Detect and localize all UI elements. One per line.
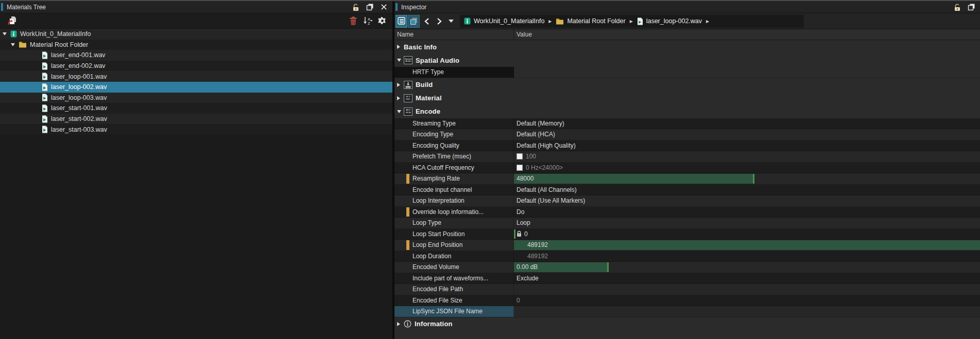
expander-icon[interactable] xyxy=(11,43,19,46)
back-button[interactable] xyxy=(421,15,432,28)
property-row-lipsync-json-file-name[interactable]: LipSync JSON File Name xyxy=(394,306,980,317)
tree-item-laser-loop-001-wav[interactable]: laser_loop-001.wav xyxy=(0,71,392,82)
build-icon xyxy=(404,81,412,89)
property-row-loop-type[interactable]: Loop TypeLoop xyxy=(394,218,980,229)
tree-item-laser-end-002-wav[interactable]: laser_end-002.wav xyxy=(0,61,392,72)
property-value-text: Default (All Channels) xyxy=(517,186,577,193)
section-information[interactable]: Information xyxy=(394,317,980,331)
close-icon[interactable] xyxy=(379,3,388,12)
trash-icon[interactable] xyxy=(347,15,359,27)
property-row-loop-interpretation[interactable]: Loop InterpretationDefault (Use All Mark… xyxy=(394,195,980,207)
property-value[interactable]: 48000 xyxy=(514,173,980,184)
property-name: Loop Duration xyxy=(412,253,451,260)
property-value[interactable]: Default (High Quality) xyxy=(514,140,980,151)
property-value[interactable]: Exclude xyxy=(514,273,980,284)
register-material-icon[interactable] xyxy=(6,15,19,27)
property-row-encoded-volume[interactable]: Encoded Volume0.00 dB xyxy=(394,262,980,273)
property-value[interactable]: 0 xyxy=(514,295,980,306)
property-row-override-loop-informatio[interactable]: Override loop informatio...Do xyxy=(394,207,980,218)
property-row-streaming-type[interactable]: Streaming TypeDefault (Memory) xyxy=(394,118,980,130)
expander-icon[interactable] xyxy=(3,32,10,35)
gear-icon[interactable] xyxy=(376,15,388,27)
property-row-encoded-file-size[interactable]: Encoded File Size0 xyxy=(394,295,980,307)
collapse-icon[interactable] xyxy=(397,110,404,113)
tree-item-laser-loop-002-wav[interactable]: laser_loop-002.wav xyxy=(0,82,392,93)
tree-item-laser-loop-003-wav[interactable]: laser_loop-003.wav xyxy=(0,93,392,103)
unlock-icon[interactable] xyxy=(351,3,360,12)
expand-icon[interactable] xyxy=(397,83,404,87)
expand-icon[interactable] xyxy=(397,45,404,49)
column-header-name[interactable]: Name xyxy=(394,29,514,40)
property-value[interactable]: Do xyxy=(514,207,980,218)
property-row-encoding-quality[interactable]: Encoding QualityDefault (High Quality) xyxy=(394,140,980,152)
tree-item-laser-start-001-wav[interactable]: laser_start-001.wav xyxy=(0,103,392,114)
section-build[interactable]: Build xyxy=(394,78,980,92)
property-value[interactable]: Default (Use All Markers) xyxy=(514,195,980,206)
property-row-encoded-file-path[interactable]: Encoded File Path xyxy=(394,284,980,295)
property-value-text: 0 xyxy=(517,297,520,304)
value-checkbox[interactable] xyxy=(517,165,523,171)
collapse-icon[interactable] xyxy=(397,59,404,62)
breadcrumb-item-workunit-0-materialinfo[interactable]: WorkUnit_0_MaterialInfo xyxy=(464,17,544,25)
breadcrumb-item-material-root-folder[interactable]: Material Root Folder xyxy=(556,17,625,25)
tree-item-laser-start-002-wav[interactable]: laser_start-002.wav xyxy=(0,114,392,124)
section-material[interactable]: 44.1KHzMaterial xyxy=(394,92,980,105)
property-name: Resampling Rate xyxy=(412,175,460,182)
float-window-icon[interactable] xyxy=(365,3,374,12)
section-basic-info[interactable]: Basic Info xyxy=(394,40,980,53)
tree-item-label: laser_end-002.wav xyxy=(51,62,106,69)
materials-tree-toolbar: AZ xyxy=(0,13,392,29)
breadcrumb-label: Material Root Folder xyxy=(567,17,625,25)
sort-icon[interactable]: AZ xyxy=(362,15,374,27)
unlock-icon[interactable] xyxy=(953,3,962,12)
property-value[interactable]: 0 xyxy=(514,229,980,240)
property-value-text: 489192 xyxy=(527,253,548,260)
property-row-prefetch-time-msec[interactable]: Prefetch Time (msec)100 xyxy=(394,151,980,163)
property-value[interactable]: 489192 xyxy=(514,240,980,251)
tree-item-laser-start-003-wav[interactable]: laser_start-003.wav xyxy=(0,124,392,135)
section-spatial-audio[interactable]: SpatialAudioSpatial Audio xyxy=(394,53,980,67)
property-value[interactable]: 0.00 dB xyxy=(514,262,980,273)
property-value[interactable]: Default (HCA) xyxy=(514,129,980,140)
expand-icon[interactable] xyxy=(397,96,404,100)
property-value[interactable] xyxy=(514,306,980,317)
column-header-value[interactable]: Value xyxy=(514,31,980,38)
dock-inspector-icon[interactable] xyxy=(408,15,420,28)
property-row-encode-input-channel[interactable]: Encode input channelDefault (All Channel… xyxy=(394,185,980,196)
property-value[interactable] xyxy=(514,67,980,78)
property-row-loop-start-position[interactable]: Loop Start Position0 xyxy=(394,229,980,240)
forward-button[interactable] xyxy=(434,15,444,28)
section-encode[interactable]: ADXHCAEncode xyxy=(394,105,980,118)
value-bar xyxy=(514,229,515,239)
expand-icon[interactable] xyxy=(397,322,404,326)
modified-marker xyxy=(406,240,409,250)
property-value[interactable]: 0 Hz<24000> xyxy=(514,163,980,173)
tree-item-laser-end-001-wav[interactable]: laser_end-001.wav xyxy=(0,50,392,61)
property-row-include-part-of-waveforms[interactable]: Include part of waveforms...Exclude xyxy=(394,273,980,284)
property-value-text: Default (Use All Markers) xyxy=(517,197,585,204)
list-view-button[interactable] xyxy=(396,15,407,28)
property-name: Encode input channel xyxy=(412,186,472,193)
property-value-text: Loop xyxy=(517,219,530,226)
property-row-loop-end-position[interactable]: Loop End Position489192 xyxy=(394,240,980,251)
value-checkbox[interactable] xyxy=(517,153,523,159)
property-row-resampling-rate[interactable]: Resampling Rate48000 xyxy=(394,173,980,185)
value-bar xyxy=(514,240,980,250)
property-value[interactable] xyxy=(514,284,980,295)
property-value[interactable]: Loop xyxy=(514,218,980,228)
breadcrumb-item-laser-loop-002-wav[interactable]: laser_loop-002.wav xyxy=(637,17,702,25)
property-row-encoding-type[interactable]: Encoding TypeDefault (HCA) xyxy=(394,129,980,140)
property-value[interactable]: 100 xyxy=(514,151,980,162)
property-value[interactable]: Default (All Channels) xyxy=(514,185,980,195)
tree-item-workunit-0-materialinfo[interactable]: WorkUnit_0_MaterialInfo xyxy=(0,29,392,40)
history-dropdown-icon[interactable] xyxy=(449,20,454,23)
property-row-hca-cutoff-frequency[interactable]: HCA Cutoff Frequency0 Hz<24000> xyxy=(394,163,980,174)
breadcrumb-separator-icon: ▸ xyxy=(548,17,552,25)
property-row-hrtf-type[interactable]: HRTF Type xyxy=(394,67,980,78)
property-row-loop-duration[interactable]: Loop Duration489192 xyxy=(394,251,980,262)
property-value[interactable]: Default (Memory) xyxy=(514,118,980,129)
float-window-icon[interactable] xyxy=(967,3,976,12)
breadcrumb-label: laser_loop-002.wav xyxy=(646,17,702,25)
property-value[interactable]: 489192 xyxy=(514,251,980,262)
tree-item-material-root-folder[interactable]: Material Root Folder xyxy=(0,40,392,50)
